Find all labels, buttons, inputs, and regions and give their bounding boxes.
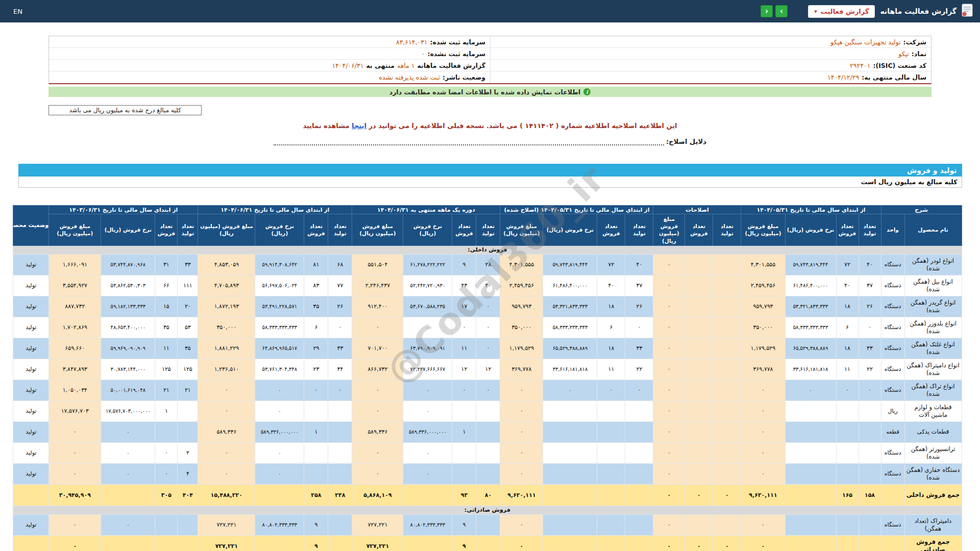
value-cell bbox=[713, 514, 741, 535]
nav-arrow-left-button[interactable]: ‹ bbox=[761, 5, 773, 17]
value-cell bbox=[255, 484, 304, 506]
value-cell: ۰ bbox=[741, 463, 785, 484]
value-cell bbox=[543, 514, 597, 535]
section-row: فروش صادراتی: bbox=[13, 506, 962, 514]
value-cell: ۰ bbox=[403, 400, 452, 421]
report-type-dropdown[interactable]: گزارش فعالیت ▾ bbox=[808, 5, 875, 18]
value-cell: ۰ bbox=[859, 380, 881, 400]
value-cell: ۰ bbox=[653, 463, 685, 484]
value-cell: ۰ bbox=[500, 421, 543, 442]
value-cell: ۵,۸۶۸,۱۰۹ bbox=[352, 484, 403, 506]
value-cell: ۸۱ bbox=[304, 254, 328, 275]
value-cell bbox=[713, 400, 741, 421]
unit-cell bbox=[881, 535, 904, 551]
column-header: نرخ فروش (ریال) bbox=[101, 214, 155, 246]
value-cell: ۲,۴۵۹,۴۵۶ bbox=[500, 275, 543, 296]
value-cell: ۰ bbox=[155, 463, 178, 484]
value-cell: ۳۷ bbox=[625, 275, 653, 296]
value-cell bbox=[597, 400, 625, 421]
unregistered-capital-label: سرمایه ثبت نشده: bbox=[427, 50, 485, 58]
product-status-cell bbox=[13, 484, 49, 506]
value-cell: ۱۱ bbox=[597, 359, 625, 380]
value-cell bbox=[403, 535, 452, 551]
unit-cell: دستگاه bbox=[881, 275, 904, 296]
value-cell bbox=[101, 484, 155, 506]
value-cell bbox=[178, 421, 198, 442]
unit-cell: دستگاه bbox=[881, 317, 904, 338]
value-cell: ۱,۷۰۲,۸۶۹ bbox=[49, 317, 101, 338]
production-sales-header: تولید و فروش bbox=[18, 164, 962, 177]
value-cell: ۲۱ bbox=[155, 380, 178, 400]
value-cell: ۰ bbox=[741, 442, 785, 463]
product-status-cell: تولید bbox=[13, 380, 49, 400]
group-header: دوره یک ماهه منتهی به ۱۴۰۴/۰۶/۳۱ bbox=[352, 206, 500, 214]
value-cell bbox=[859, 463, 881, 484]
value-cell: ۲ bbox=[178, 442, 198, 463]
value-cell: ۰ bbox=[452, 380, 476, 400]
value-cell bbox=[304, 463, 328, 484]
value-cell bbox=[452, 463, 476, 484]
company-name-link[interactable]: تولید تجهیزات سنگین هپکو bbox=[830, 38, 900, 46]
value-cell bbox=[713, 338, 741, 359]
value-cell bbox=[785, 421, 836, 442]
value-cell: ۵۹,۷۴۳,۸۱۹,۴۴۴ bbox=[785, 254, 836, 275]
unit-cell: قطعه bbox=[881, 421, 904, 442]
value-cell: ۰ bbox=[500, 535, 543, 551]
value-cell: ۶۶ bbox=[155, 275, 178, 296]
value-cell: ۱,۸۸۱,۲۲۹ bbox=[198, 338, 255, 359]
unit-cell: دستگاه bbox=[881, 514, 904, 535]
product-name-cell: انواع غلتک (همگن شده) bbox=[904, 338, 962, 359]
value-cell bbox=[859, 421, 881, 442]
value-cell: ۱۷,۵۷۶,۷۰۳ bbox=[49, 400, 101, 421]
value-cell: ۰ bbox=[625, 380, 653, 400]
value-cell bbox=[713, 359, 741, 380]
value-cell: ۹۱۲,۴۰۰ bbox=[352, 296, 403, 317]
symbol-link[interactable]: تپکو bbox=[898, 50, 909, 58]
value-cell: ۰ bbox=[653, 400, 685, 421]
value-cell bbox=[685, 275, 713, 296]
value-cell: ۰ bbox=[101, 514, 155, 535]
amounts-unit-note: کلیه مبالغ درج شده به میلیون ریال می باش… bbox=[48, 105, 202, 115]
value-cell bbox=[713, 317, 741, 338]
table-row: قطعات یدکیقطعه۰۰۰۱۵۸۹,۳۳۶,۰۰۰,۰۰۰۵۸۹,۳۳۶… bbox=[13, 421, 962, 442]
product-name-cell: قطعات یدکی bbox=[904, 421, 962, 442]
value-cell: ۰ bbox=[403, 463, 452, 484]
value-cell: ۵۵۱,۵۰۴ bbox=[352, 254, 403, 275]
value-cell bbox=[625, 463, 653, 484]
value-cell: ۱۷,۵۷۶,۷۰۳,۰۰۰,۰۰۰ bbox=[101, 400, 155, 421]
value-cell: ۳۳ bbox=[178, 254, 198, 275]
isic-label: کد صنعت (ISIC): bbox=[873, 62, 926, 69]
value-cell: ۵۳,۴۹۱,۲۲۸,۵۷۱ bbox=[255, 296, 304, 317]
value-cell: ۰ bbox=[653, 359, 685, 380]
value-cell: ۰ bbox=[352, 463, 403, 484]
value-cell: ۱۲ bbox=[476, 359, 500, 380]
value-cell: ۷۲۷,۲۲۱ bbox=[198, 535, 255, 551]
value-cell bbox=[452, 400, 476, 421]
value-cell: ۷۰۱,۷۰۰ bbox=[352, 338, 403, 359]
language-toggle[interactable]: EN bbox=[13, 8, 22, 15]
product-status-cell: تولید bbox=[13, 400, 49, 421]
value-cell: ۹ bbox=[452, 535, 476, 551]
section-label: فروش صادراتی: bbox=[13, 506, 962, 514]
column-header: مبلغ فروش (میلیون ریال) bbox=[352, 214, 403, 246]
value-cell: ۶۳,۷۹۰,۹۰۹,۰۹۱ bbox=[403, 338, 452, 359]
nav-arrow-right-button[interactable]: › bbox=[775, 5, 788, 17]
value-cell: ۰ bbox=[653, 275, 685, 296]
amendment-text-before: این اطلاعیه اصلاحیه اطلاعیه شماره ( ۱۴۱۱… bbox=[366, 122, 677, 130]
value-cell: ۵۶,۶۹۷,۵۰۶,۰۲۴ bbox=[255, 275, 304, 296]
value-cell bbox=[625, 535, 653, 551]
unit-cell bbox=[881, 484, 904, 506]
value-cell bbox=[543, 421, 597, 442]
value-cell: ۲,۲۴۶,۴۳۷ bbox=[352, 275, 403, 296]
value-cell: ۰ bbox=[49, 442, 101, 463]
value-cell: ۲۲ bbox=[859, 359, 881, 380]
value-cell: ۶ bbox=[304, 317, 328, 338]
value-cell: ۴,۸۵۳,۰۵۹ bbox=[198, 254, 255, 275]
value-cell: ۵۸۹,۳۳۶ bbox=[352, 421, 403, 442]
column-header: مبلغ فروش (میلیون ریال) bbox=[198, 214, 255, 246]
previous-version-link[interactable]: اینجا bbox=[352, 122, 366, 130]
value-cell: ۴۸,۶۵۳,۴۰۰,۰۰۰ bbox=[101, 317, 155, 338]
value-cell bbox=[685, 421, 713, 442]
value-cell: ۳۶۹,۷۷۸ bbox=[500, 359, 543, 380]
fiscal-year-value: ۱۴۰۴/۱۲/۲۹ bbox=[827, 73, 859, 81]
